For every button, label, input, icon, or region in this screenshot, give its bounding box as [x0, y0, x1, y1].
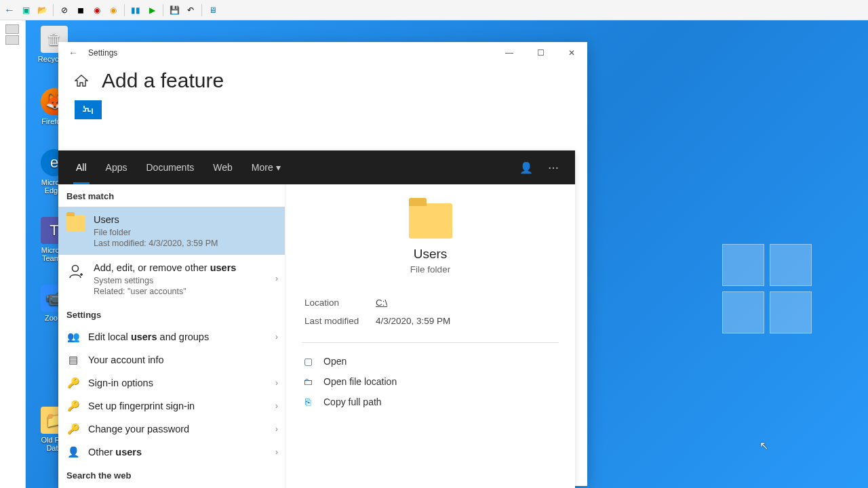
user-icon: 👤	[66, 446, 80, 458]
settings-window: ← Settings — ☐ ✕ Add a feature All Apps …	[58, 42, 587, 486]
window-title: Settings	[88, 48, 117, 58]
desktop: 🗑 Recycle... 🦊 Firefo... e Microso Edg..…	[26, 20, 868, 488]
meta-location-value[interactable]: C:\	[376, 298, 387, 308]
search-panel: All Apps Documents Web More▾ 👤 ⋯ Best ma…	[58, 150, 575, 488]
setting-other-users[interactable]: 👤 Other users ›	[58, 441, 285, 464]
minimize-button[interactable]: —	[494, 42, 525, 64]
tab-more[interactable]: More▾	[242, 150, 290, 184]
play-icon[interactable]: ▶	[145, 3, 159, 17]
page-title: Add a feature	[102, 69, 224, 92]
result-title: Add, edit, or remove other users	[94, 262, 277, 274]
setting-label: Your account info	[88, 354, 164, 365]
chevron-right-icon: ›	[275, 274, 278, 283]
folder-icon	[66, 215, 85, 231]
side-tree	[0, 20, 26, 488]
detail-type: File folder	[303, 264, 557, 274]
setting-label: Sign-in options	[88, 378, 153, 388]
tab-web[interactable]: Web	[203, 150, 242, 184]
open-icon[interactable]: 📂	[35, 3, 49, 17]
app-toolbar: ← ▣ 📂 ⊘ ◼ ◉ ◉ ▮▮ ▶ 💾 ↶ 🖥	[0, 0, 868, 20]
detail-column: Users File folder Location C:\ Last modi…	[285, 184, 575, 488]
key-icon: 🔑	[66, 423, 80, 435]
setting-label: Set up fingerprint sign-in	[88, 401, 195, 411]
result-type: File folder	[94, 228, 277, 237]
windows-logo	[722, 244, 814, 336]
toolbar-icon[interactable]: ▣	[19, 3, 33, 17]
monitor-icon[interactable]: 🖥	[206, 3, 220, 17]
result-modified: Last modified: 4/3/2020, 3:59 PM	[94, 239, 277, 248]
close-button[interactable]: ✕	[556, 42, 587, 64]
save-icon[interactable]: 💾	[167, 3, 181, 17]
setting-label: Change your password	[88, 424, 189, 434]
folder-large-icon	[409, 203, 452, 239]
back-button[interactable]: ←	[58, 42, 88, 64]
section-best-match: Best match	[58, 184, 285, 207]
tab-documents[interactable]: Documents	[136, 150, 203, 184]
key-icon: 🔑	[66, 400, 80, 412]
id-card-icon: ▤	[66, 354, 80, 366]
section-search-web: Search the web	[58, 464, 285, 486]
setting-edit-local-users[interactable]: 👥 Edit local users and groups ›	[58, 325, 285, 348]
result-users-folder[interactable]: Users File folder Last modified: 4/3/202…	[58, 207, 285, 255]
setting-label: Other users	[88, 447, 142, 458]
record-icon[interactable]: ◉	[90, 3, 104, 17]
setting-label: Edit local users and groups	[88, 331, 209, 342]
result-add-edit-users[interactable]: Add, edit, or remove other users System …	[58, 255, 285, 303]
search-tabs: All Apps Documents Web More▾ 👤 ⋯	[58, 150, 575, 184]
detail-title: Users	[303, 247, 557, 262]
action-label: Open file location	[323, 376, 397, 387]
tree-item[interactable]	[5, 35, 19, 45]
svg-point-0	[73, 265, 79, 271]
record-pause-icon[interactable]: ◉	[106, 3, 120, 17]
pause-icon[interactable]: ▮▮	[129, 3, 142, 17]
chevron-right-icon: ›	[275, 332, 278, 342]
meta-modified-label: Last modified	[304, 316, 376, 326]
action-label: Copy full path	[323, 396, 382, 407]
result-related: Related: "user accounts"	[94, 287, 277, 296]
undo-icon[interactable]: ↶	[184, 3, 197, 17]
copy-icon: ⎘	[302, 396, 314, 407]
maximize-button[interactable]: ☐	[525, 42, 556, 64]
folder-open-icon: 🗀	[302, 376, 314, 387]
action-copy-full-path[interactable]: ⎘ Copy full path	[298, 392, 563, 412]
action-open[interactable]: ▢ Open	[298, 351, 563, 371]
record-stop-icon[interactable]: ◼	[74, 3, 87, 17]
chevron-down-icon: ▾	[276, 162, 281, 173]
mouse-cursor-icon: ↖	[760, 439, 768, 452]
key-icon: 🔑	[66, 377, 80, 389]
action-label: Open	[323, 356, 347, 367]
meta-modified-value: 4/3/2020, 3:59 PM	[376, 316, 450, 326]
action-open-file-location[interactable]: 🗀 Open file location	[298, 371, 563, 392]
more-options-icon[interactable]: ⋯	[540, 161, 567, 174]
chevron-right-icon: ›	[275, 447, 278, 457]
tab-all[interactable]: All	[66, 150, 96, 184]
tab-apps[interactable]: Apps	[96, 150, 137, 184]
titlebar: ← Settings — ☐ ✕	[58, 42, 587, 64]
back-arrow-icon[interactable]: ←	[3, 3, 16, 17]
user-add-icon	[66, 262, 85, 281]
setting-change-password[interactable]: 🔑 Change your password ›	[58, 418, 285, 441]
feature-badge-icon[interactable]	[75, 100, 102, 119]
settings-header: Add a feature	[58, 64, 587, 133]
chevron-right-icon: ›	[275, 401, 278, 411]
stop-icon[interactable]: ⊘	[58, 3, 71, 17]
open-icon: ▢	[302, 356, 314, 367]
setting-fingerprint[interactable]: 🔑 Set up fingerprint sign-in ›	[58, 394, 285, 418]
home-icon[interactable]	[75, 75, 88, 87]
results-column: Best match Users File folder Last modifi…	[58, 184, 285, 488]
section-settings: Settings	[58, 303, 285, 325]
users-icon: 👥	[66, 331, 80, 343]
setting-signin-options[interactable]: 🔑 Sign-in options ›	[58, 371, 285, 394]
feedback-icon[interactable]: 👤	[513, 161, 540, 174]
chevron-right-icon: ›	[275, 378, 278, 388]
tree-item[interactable]	[5, 24, 19, 34]
chevron-right-icon: ›	[275, 424, 278, 434]
setting-account-info[interactable]: ▤ Your account info	[58, 348, 285, 371]
result-title: Users	[94, 214, 277, 226]
result-type: System settings	[94, 276, 277, 285]
meta-location-label: Location	[304, 298, 376, 308]
